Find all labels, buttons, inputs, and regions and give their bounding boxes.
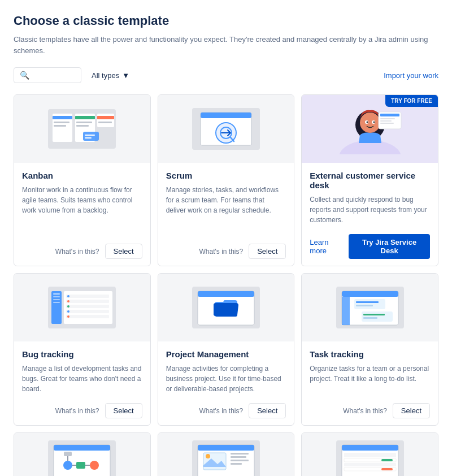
select-project-management-button[interactable]: Select (249, 403, 286, 418)
whats-this-kanban[interactable]: What's in this? (55, 248, 99, 256)
select-task-tracking-button[interactable]: Select (393, 403, 430, 418)
card-content-management: Content management Manage the content li… (158, 432, 295, 476)
chevron-down-icon: ▼ (122, 71, 129, 80)
svg-rect-56 (342, 297, 350, 325)
svg-rect-14 (85, 137, 92, 139)
svg-rect-12 (83, 132, 99, 141)
svg-point-27 (373, 122, 375, 123)
search-input[interactable] (29, 71, 75, 80)
svg-rect-41 (66, 300, 109, 303)
svg-rect-84 (342, 445, 398, 451)
card-footer-scrum: What's in this? Select (158, 239, 294, 266)
page-subtitle: Classic templates have all the power and… (14, 34, 438, 56)
svg-point-77 (206, 454, 210, 458)
svg-rect-85 (344, 453, 396, 457)
card-body-bug-tracking: Bug tracking Manage a list of developmen… (14, 341, 150, 399)
card-desc-scrum: Manage stories, tasks, and workflows for… (166, 185, 286, 215)
task-tracking-illustration (331, 282, 410, 333)
whats-this-project-management[interactable]: What's in this? (199, 407, 244, 415)
card-kanban: Kanban Monitor work in a continuous flow… (14, 94, 151, 266)
card-bug-tracking: Bug tracking Manage a list of developmen… (14, 273, 151, 426)
bug-tracking-illustration (42, 282, 121, 333)
card-footer-bug-tracking: What's in this? Select (14, 399, 150, 425)
toolbar-left: 🔍 All types ▼ (14, 67, 134, 83)
card-image-kanban (14, 95, 150, 163)
svg-rect-90 (381, 468, 393, 470)
card-body-project-management: Project Management Manage activities for… (158, 341, 294, 399)
whats-this-scrum[interactable]: What's in this? (199, 248, 244, 256)
svg-rect-62 (363, 317, 377, 319)
svg-rect-79 (231, 456, 246, 458)
card-task-tracking: Task tracking Organize tasks for a team … (301, 273, 438, 426)
svg-rect-4 (54, 125, 66, 127)
card-footer-service-desk: Learn more Try Jira Service Desk (302, 230, 438, 266)
svg-rect-36 (53, 296, 60, 297)
card-title-kanban: Kanban (22, 171, 142, 180)
svg-rect-11 (98, 122, 112, 123)
card-service-desk: TRY FOR FREE (301, 94, 438, 266)
filter-label: All types (92, 71, 119, 80)
svg-rect-57 (354, 299, 385, 309)
svg-rect-37 (53, 299, 60, 300)
search-box[interactable]: 🔍 (14, 67, 81, 83)
card-process-control: Process control Track activities and tas… (14, 432, 151, 476)
scrum-illustration (186, 103, 266, 154)
svg-rect-55 (342, 291, 398, 297)
select-kanban-button[interactable]: Select (105, 244, 142, 259)
svg-rect-43 (66, 310, 109, 313)
card-image-project-management (158, 274, 294, 341)
card-footer-kanban: What's in this? Select (14, 239, 150, 266)
card-project-management: Project Management Manage activities for… (158, 273, 295, 426)
svg-rect-67 (76, 462, 85, 469)
svg-rect-8 (76, 125, 89, 127)
select-scrum-button[interactable]: Select (249, 244, 286, 259)
svg-rect-10 (97, 116, 114, 119)
card-body-kanban: Kanban Monitor work in a continuous flow… (14, 163, 150, 239)
card-body-scrum: Scrum Manage stories, tasks, and workflo… (158, 163, 294, 239)
svg-rect-35 (53, 293, 60, 295)
svg-rect-89 (381, 459, 393, 461)
try-jira-button[interactable]: Try Jira Service Desk (349, 234, 430, 259)
card-title-project-management: Project Management (166, 349, 286, 359)
card-body-service-desk: External customer service desk Collect a… (302, 163, 438, 230)
svg-rect-80 (231, 460, 249, 461)
recruitment-illustration (331, 436, 410, 476)
search-icon: 🔍 (20, 71, 29, 80)
svg-rect-34 (51, 291, 62, 324)
card-desc-project-management: Manage activities for completing a busin… (166, 364, 286, 394)
svg-point-26 (366, 122, 368, 123)
card-image-process-control (14, 433, 150, 476)
svg-rect-72 (64, 452, 72, 456)
svg-rect-52 (198, 291, 254, 297)
svg-rect-30 (380, 118, 395, 119)
card-image-scrum (158, 95, 294, 163)
svg-rect-60 (362, 311, 393, 322)
card-image-recruitment (302, 433, 438, 476)
svg-point-48 (67, 310, 69, 313)
whats-this-bug-tracking[interactable]: What's in this? (55, 407, 99, 415)
svg-rect-3 (54, 122, 69, 123)
try-badge: TRY FOR FREE (385, 95, 438, 107)
svg-rect-40 (66, 295, 109, 298)
template-grid: Kanban Monitor work in a continuous flow… (14, 94, 438, 476)
process-control-illustration (42, 436, 121, 476)
svg-rect-29 (380, 114, 399, 116)
card-footer-project-management: What's in this? Select (158, 399, 294, 425)
select-bug-tracking-button[interactable]: Select (105, 403, 142, 418)
kanban-illustration (42, 103, 121, 154)
svg-point-47 (67, 305, 69, 308)
svg-point-49 (67, 315, 69, 318)
svg-rect-6 (75, 116, 95, 119)
svg-point-45 (67, 295, 69, 297)
filter-dropdown[interactable]: All types ▼ (87, 68, 134, 83)
card-title-scrum: Scrum (166, 171, 286, 180)
svg-rect-7 (76, 122, 92, 123)
svg-rect-65 (54, 445, 110, 451)
card-title-bug-tracking: Bug tracking (22, 349, 142, 359)
svg-rect-78 (231, 453, 249, 455)
whats-this-task-tracking[interactable]: What's in this? (343, 407, 387, 415)
card-desc-task-tracking: Organize tasks for a team or a personal … (310, 364, 430, 384)
card-image-bug-tracking (14, 274, 150, 341)
learn-more-service-desk[interactable]: Learn more (310, 238, 343, 255)
import-link[interactable]: Import your work (384, 71, 438, 80)
